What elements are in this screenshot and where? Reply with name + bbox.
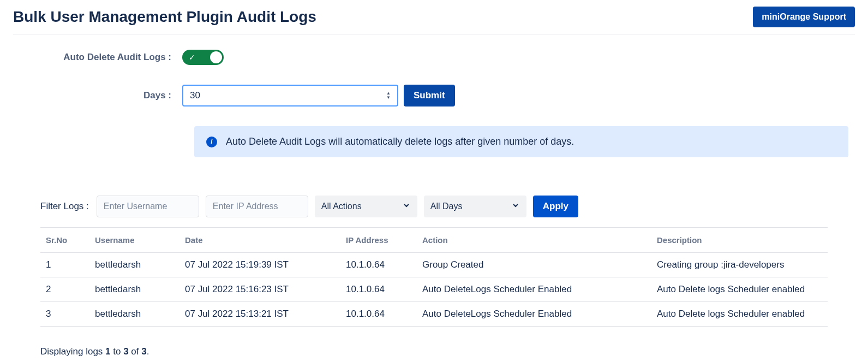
table-row: 3bettledarsh07 Jul 2022 15:13:21 IST10.1… [40, 302, 828, 327]
cell-srno: 3 [40, 302, 89, 327]
cell-description: Creating group :jira-developers [651, 253, 828, 277]
apply-button[interactable]: Apply [533, 196, 578, 217]
cell-date: 07 Jul 2022 15:19:39 IST [179, 253, 340, 277]
cell-ip: 10.1.0.64 [340, 277, 417, 302]
pagination-total: 3 [141, 346, 146, 357]
pagination-prefix: Displaying logs [40, 346, 105, 357]
filter-days-value: All Days [430, 202, 463, 211]
filter-actions-select[interactable]: All Actions [315, 196, 417, 217]
auto-delete-label: Auto Delete Audit Logs : [13, 52, 182, 63]
submit-button[interactable]: Submit [404, 85, 455, 106]
table-row: 1bettledarsh07 Jul 2022 15:19:39 IST10.1… [40, 253, 828, 277]
pagination-to: 3 [123, 346, 128, 357]
cell-username: bettledarsh [89, 277, 179, 302]
th-ip: IP Address [340, 228, 417, 253]
cell-ip: 10.1.0.64 [340, 253, 417, 277]
th-username: Username [89, 228, 179, 253]
cell-ip: 10.1.0.64 [340, 302, 417, 327]
th-action: Action [417, 228, 651, 253]
days-stepper[interactable]: ▲ ▼ [386, 91, 391, 100]
cell-srno: 1 [40, 253, 89, 277]
cell-date: 07 Jul 2022 15:16:23 IST [179, 277, 340, 302]
cell-username: bettledarsh [89, 253, 179, 277]
cell-date: 07 Jul 2022 15:13:21 IST [179, 302, 340, 327]
days-label: Days : [13, 90, 182, 101]
support-button[interactable]: miniOrange Support [753, 7, 855, 27]
pagination-mid: to [111, 346, 124, 357]
pagination-summary: Displaying logs 1 to 3 of 3. [40, 346, 828, 357]
page-title: Bulk User Management Plugin Audit Logs [13, 8, 316, 26]
audit-log-table: Sr.No Username Date IP Address Action De… [40, 227, 828, 327]
pagination-of: of [129, 346, 142, 357]
cell-action: Auto DeleteLogs Scheduler Enabled [417, 277, 651, 302]
cell-username: bettledarsh [89, 302, 179, 327]
pagination-suffix: . [147, 346, 149, 357]
chevron-down-icon [402, 201, 411, 212]
th-description: Description [651, 228, 828, 253]
chevron-down-icon [511, 201, 520, 212]
th-date: Date [179, 228, 340, 253]
info-banner: i Auto Delete Audit Logs will automatica… [194, 126, 848, 157]
days-input[interactable] [190, 90, 386, 101]
table-row: 2bettledarsh07 Jul 2022 15:16:23 IST10.1… [40, 277, 828, 302]
days-input-wrap[interactable]: ▲ ▼ [182, 85, 398, 106]
cell-action: Auto DeleteLogs Scheduler Enabled [417, 302, 651, 327]
toggle-knob [210, 51, 222, 63]
info-text: Auto Delete Audit Logs will automaticall… [226, 136, 574, 147]
cell-srno: 2 [40, 277, 89, 302]
auto-delete-toggle[interactable]: ✓ [182, 50, 224, 65]
cell-description: Auto Delete logs Scheduler enabled [651, 277, 828, 302]
filter-ip-input[interactable] [206, 196, 308, 217]
filter-actions-value: All Actions [321, 202, 362, 211]
cell-action: Group Created [417, 253, 651, 277]
th-srno: Sr.No [40, 228, 89, 253]
stepper-down-icon[interactable]: ▼ [386, 96, 391, 100]
filter-days-select[interactable]: All Days [424, 196, 526, 217]
check-icon: ✓ [189, 53, 195, 62]
info-icon: i [206, 137, 217, 147]
pagination-from: 1 [105, 346, 110, 357]
cell-description: Auto Delete logs Scheduler enabled [651, 302, 828, 327]
filter-username-input[interactable] [97, 196, 199, 217]
filter-label: Filter Logs : [40, 201, 89, 212]
